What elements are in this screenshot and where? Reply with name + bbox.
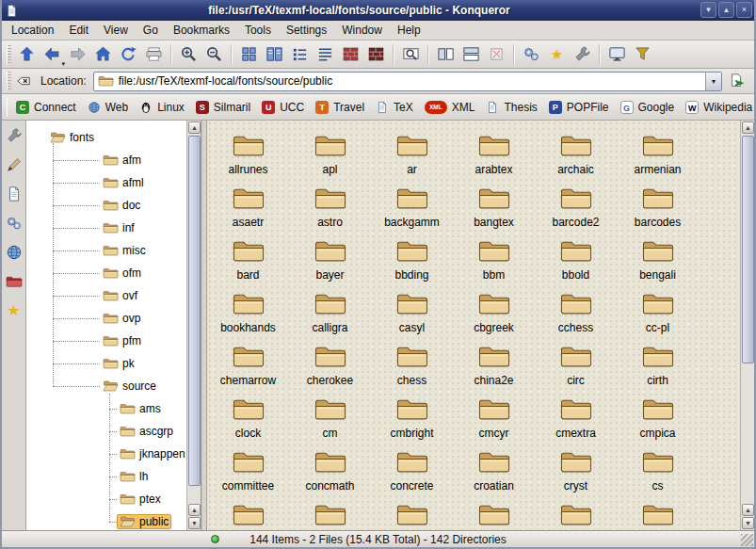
bookmark-tex[interactable]: TeX: [370, 97, 419, 118]
up-button[interactable]: [14, 42, 40, 67]
tree-scrollbar-up-button[interactable]: ▲: [188, 121, 201, 134]
tree-item-fonts[interactable]: fonts: [26, 126, 186, 149]
bricks-view-alt-button[interactable]: [363, 42, 389, 67]
tools-button[interactable]: [570, 42, 595, 67]
main-scrollbar-up-button[interactable]: ▲: [742, 121, 754, 134]
bookmark-connect[interactable]: CConnect: [10, 97, 82, 118]
folder-item-armenian[interactable]: armenian: [617, 132, 699, 185]
tree-item-afm[interactable]: afm: [26, 149, 186, 171]
folder-item-cherokee[interactable]: cherokee: [289, 343, 371, 396]
bookmark-silmaril[interactable]: SSilmaril: [190, 97, 256, 118]
sidebar-tab-history[interactable]: [4, 184, 24, 204]
filter-button[interactable]: [630, 42, 655, 67]
print-button[interactable]: [141, 42, 167, 67]
folder-item-partial[interactable]: [617, 501, 699, 530]
tree-item-ofm[interactable]: ofm: [26, 262, 186, 284]
bookmark-thesis[interactable]: Thesis: [480, 97, 542, 118]
detailed-list-view-button[interactable]: [287, 42, 313, 67]
folder-item-arabtex[interactable]: arabtex: [453, 132, 535, 185]
bookmark-ucc[interactable]: UUCC: [256, 97, 310, 118]
bookmark-google[interactable]: GGoogle: [615, 97, 681, 118]
text-view-button[interactable]: [313, 42, 338, 67]
multicolumn-view-button[interactable]: [262, 42, 287, 67]
folder-item-partial[interactable]: [535, 501, 617, 530]
title-bar[interactable]: file:/usr/TeX/texmf-local/fonts/source/p…: [2, 0, 754, 21]
folder-item-apl[interactable]: apl: [289, 132, 371, 185]
split-view-top-bottom-button[interactable]: [458, 42, 484, 67]
folder-item-bard[interactable]: bard: [207, 237, 289, 290]
tree-item-lh[interactable]: lh: [26, 465, 186, 488]
sidebar-tab-network[interactable]: [4, 242, 24, 263]
main-scrollbar[interactable]: ▲ ▲ ▼: [740, 121, 754, 530]
tree-item-misc[interactable]: misc: [26, 239, 186, 262]
folder-item-concrete[interactable]: concrete: [371, 448, 453, 501]
back-button[interactable]: ▾: [40, 42, 65, 67]
menu-item-go[interactable]: Go: [136, 21, 166, 40]
folder-item-bookhands[interactable]: bookhands: [207, 290, 289, 343]
sidebar-tab-bookmarks[interactable]: ★: [4, 300, 24, 321]
tree-item-ams[interactable]: ams: [26, 397, 186, 420]
zoom-in-button[interactable]: [176, 42, 201, 67]
menu-item-tools[interactable]: Tools: [237, 21, 279, 40]
tree-item-doc[interactable]: doc: [26, 194, 186, 217]
folder-item-partial[interactable]: [289, 501, 371, 530]
folder-item-cs[interactable]: cs: [617, 448, 699, 501]
sidebar-tab-services[interactable]: [4, 213, 24, 234]
folder-item-cirth[interactable]: cirth: [617, 343, 699, 396]
menu-item-edit[interactable]: Edit: [61, 21, 96, 40]
folder-item-cmextra[interactable]: cmextra: [535, 396, 617, 448]
tree-item-pk[interactable]: pk: [26, 352, 186, 375]
location-toolbar-grip[interactable]: [7, 72, 11, 90]
toolbar-grip[interactable]: [7, 45, 11, 64]
main-scrollbar-down-button[interactable]: ▼: [742, 517, 754, 529]
folder-item-bengali[interactable]: bengali: [617, 237, 699, 290]
folder-item-cm[interactable]: cm: [289, 396, 371, 448]
folder-item-allrunes[interactable]: allrunes: [207, 132, 289, 185]
tree-item-ovp[interactable]: ovp: [26, 307, 186, 330]
folder-item-clock[interactable]: clock: [207, 396, 289, 448]
folder-item-astro[interactable]: astro: [289, 185, 371, 237]
bookmark-wikipedia[interactable]: WWikipedia: [680, 97, 756, 118]
main-scrollbar-thumb[interactable]: [742, 136, 754, 363]
menu-item-location[interactable]: Location: [4, 21, 61, 40]
sidebar-tab-tools[interactable]: [4, 125, 24, 146]
folder-item-bayer[interactable]: bayer: [289, 237, 371, 290]
home-button[interactable]: [90, 42, 116, 67]
folder-item-cmcyr[interactable]: cmcyr: [453, 396, 535, 448]
folder-item-concmath[interactable]: concmath: [289, 448, 371, 501]
folder-item-partial[interactable]: [453, 501, 535, 530]
folder-item-committee[interactable]: committee: [207, 448, 289, 501]
split-view-left-right-button[interactable]: [433, 42, 458, 67]
folder-item-partial[interactable]: [371, 501, 453, 530]
folder-item-casyl[interactable]: casyl: [371, 290, 453, 343]
folder-item-ar[interactable]: ar: [371, 132, 453, 185]
monitor-button[interactable]: [604, 42, 630, 67]
folder-item-chess[interactable]: chess: [371, 343, 453, 396]
folder-item-croatian[interactable]: croatian: [453, 448, 535, 501]
tree-item-ovf[interactable]: ovf: [26, 284, 186, 307]
folder-item-circ[interactable]: circ: [535, 343, 617, 396]
minimize-button[interactable]: ▾: [700, 2, 716, 18]
maximize-button[interactable]: ▴: [718, 2, 734, 18]
menu-item-settings[interactable]: Settings: [279, 21, 334, 40]
remove-view-button[interactable]: [484, 42, 509, 67]
go-button[interactable]: [728, 71, 750, 91]
tree-item-ascgrp[interactable]: ascgrp: [26, 420, 186, 443]
menu-item-help[interactable]: Help: [390, 21, 428, 40]
bookmark-toolbar-grip[interactable]: [7, 98, 8, 117]
menu-item-bookmarks[interactable]: Bookmarks: [166, 21, 237, 40]
folder-item-china2e[interactable]: china2e: [453, 343, 535, 396]
bookmark-travel[interactable]: TTravel: [310, 97, 370, 118]
clear-location-button[interactable]: [14, 71, 37, 91]
bookmark-popfile[interactable]: PPOPFile: [543, 97, 615, 118]
tree-scrollbar-down-button[interactable]: ▼: [188, 517, 201, 529]
tree-item-source[interactable]: source: [26, 375, 186, 397]
folder-item-archaic[interactable]: archaic: [535, 132, 617, 185]
folder-item-barcode2[interactable]: barcode2: [535, 185, 617, 237]
menu-item-view[interactable]: View: [96, 21, 136, 40]
main-scrollbar-up2-button[interactable]: ▲: [742, 504, 754, 516]
zoom-out-button[interactable]: [201, 42, 227, 67]
folder-item-barcodes[interactable]: barcodes: [617, 185, 699, 237]
folder-item-cc-pl[interactable]: cc-pl: [617, 290, 699, 343]
folder-item-cmpica[interactable]: cmpica: [617, 396, 699, 448]
